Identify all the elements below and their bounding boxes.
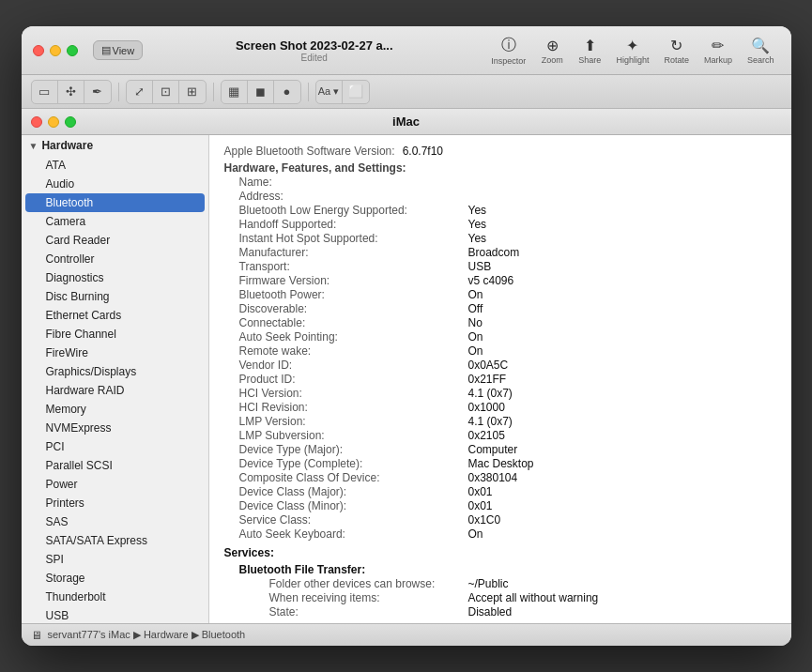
minimize-button[interactable] <box>50 45 61 56</box>
row-manufacturer: Manufacturer: Broadcom <box>224 246 776 259</box>
sidebar-item-card-reader[interactable]: Card Reader <box>25 231 205 250</box>
row-service-class: Service Class: 0x1C0 <box>224 513 776 527</box>
share-icon: ⬆ <box>584 37 596 54</box>
lasso-tool[interactable]: ✣ <box>58 81 84 103</box>
rotate-button[interactable]: ↻ Rotate <box>658 35 695 67</box>
service-file-transfer-name: Bluetooth File Transfer: <box>224 563 776 576</box>
traffic-lights <box>33 45 78 56</box>
row-remote-wake: Remote wake: On <box>224 344 776 358</box>
caption-tool[interactable]: ⬜ <box>343 81 369 103</box>
sidebar-item-parallel-scsi[interactable]: Parallel SCSI <box>25 456 205 475</box>
sidebar-item-storage[interactable]: Storage <box>25 569 205 588</box>
sidebar-item-audio[interactable]: Audio <box>25 175 205 193</box>
text-tools: Aa ▾ ⬜ <box>315 80 370 104</box>
window-title: Screen Shot 2023-02-27 a... <box>236 38 393 53</box>
fullscreen-button[interactable] <box>67 45 78 56</box>
square-tool[interactable]: ◼ <box>248 81 274 103</box>
sidebar-item-fibre-channel[interactable]: Fibre Channel <box>25 325 205 344</box>
row-hotspot: Instant Hot Spot Supported: Yes <box>224 232 776 245</box>
inspector-icon: ⓘ <box>501 36 516 55</box>
sidebar-item-spi[interactable]: SPI <box>25 550 205 569</box>
search-icon: 🔍 <box>751 37 770 54</box>
sidebar-item-disc-burning[interactable]: Disc Burning <box>25 287 205 306</box>
row-handoff: Handoff Supported: Yes <box>224 218 776 231</box>
top-label: Apple Bluetooth Software Version: <box>224 145 395 158</box>
toolbar-divider-1 <box>118 83 119 101</box>
sidebar-section-hardware[interactable]: ▼ Hardware <box>22 135 208 156</box>
sidebar-item-camera[interactable]: Camera <box>25 212 205 231</box>
titlebar: ▤ View Screen Shot 2023-02-27 a... Edite… <box>22 26 791 75</box>
row-address: Address: <box>224 190 776 203</box>
highlight-icon: ✦ <box>626 37 638 54</box>
row-auto-seek-keyboard: Auto Seek Keyboard: On <box>224 527 776 541</box>
zoom-button[interactable]: ⊕ Zoom <box>535 35 569 67</box>
row-product-id: Product ID: 0x21FF <box>224 373 776 386</box>
sidebar-item-ata[interactable]: ATA <box>25 156 205 175</box>
sidebar-item-sas[interactable]: SAS <box>25 512 205 531</box>
inspector-button[interactable]: ⓘ Inspector <box>485 34 531 68</box>
main-window: ▤ View Screen Shot 2023-02-27 a... Edite… <box>22 26 791 646</box>
row-ble-supported: Bluetooth Low Energy Supported: Yes <box>224 204 776 217</box>
view-button[interactable]: ▤ View <box>93 40 144 60</box>
sidebar: ▼ Hardware ATA Audio Bluetooth Camera Ca… <box>22 135 209 623</box>
highlight-button[interactable]: ✦ Highlight <box>610 35 654 67</box>
adjust-tool[interactable]: ⊞ <box>179 81 206 103</box>
sidebar-item-sata[interactable]: SATA/SATA Express <box>25 531 205 550</box>
markup-button[interactable]: ✏ Markup <box>698 35 738 67</box>
row-discoverable: Discoverable: Off <box>224 302 776 315</box>
view-icon: ▤ <box>101 44 111 56</box>
inner-titlebar: iMac <box>22 109 791 135</box>
circle-tool[interactable]: ● <box>274 81 300 103</box>
sketch-tool[interactable]: ✒ <box>84 81 111 103</box>
inner-close-button[interactable] <box>31 116 42 128</box>
toolbar2: ▭ ✣ ✒ ⤢ ⊡ ⊞ ▦ ◼ ● Aa ▾ ⬜ <box>22 75 791 109</box>
toolbar-divider-2 <box>213 83 214 101</box>
action-tools: ⤢ ⊡ ⊞ <box>126 80 207 104</box>
service-ft-row-1: When receiving items: Accept all without… <box>224 591 776 604</box>
crop-tool[interactable]: ⊡ <box>153 81 179 103</box>
row-device-class-major: Device Class (Major): 0x01 <box>224 485 776 498</box>
hardware-label: Hardware <box>41 139 93 152</box>
row-firmware: Firmware Version: v5 c4096 <box>224 274 776 287</box>
main-pane: ▼ Hardware ATA Audio Bluetooth Camera Ca… <box>22 135 791 623</box>
move-tool[interactable]: ⤢ <box>127 81 153 103</box>
sidebar-item-memory[interactable]: Memory <box>25 400 205 419</box>
sidebar-item-firewire[interactable]: FireWire <box>25 344 205 362</box>
sidebar-item-pci[interactable]: PCI <box>25 437 205 456</box>
close-button[interactable] <box>33 45 44 56</box>
sidebar-item-graphics-displays[interactable]: Graphics/Displays <box>25 362 205 381</box>
search-button[interactable]: 🔍 Search <box>742 35 780 67</box>
sidebar-item-usb[interactable]: USB <box>25 606 205 623</box>
inner-fullscreen-button[interactable] <box>65 116 76 128</box>
title-section: Screen Shot 2023-02-27 a... Edited <box>150 38 478 63</box>
sidebar-item-thunderbolt[interactable]: Thunderbolt <box>25 588 205 606</box>
inner-minimize-button[interactable] <box>48 116 59 128</box>
top-row: Apple Bluetooth Software Version: 6.0.7f… <box>224 145 776 158</box>
statusbar-icon: 🖥 <box>31 629 42 642</box>
statusbar-path: servant777's iMac ▶ Hardware ▶ Bluetooth <box>48 629 246 641</box>
service-ft-row-0: Folder other devices can browse: ~/Publi… <box>224 577 776 590</box>
row-lmp-subversion: LMP Subversion: 0x2105 <box>224 429 776 442</box>
sidebar-item-hardware-raid[interactable]: Hardware RAID <box>25 381 205 400</box>
sidebar-item-diagnostics[interactable]: Diagnostics <box>25 268 205 287</box>
top-value: 6.0.7f10 <box>403 145 443 158</box>
share-button[interactable]: ⬆ Share <box>573 35 606 67</box>
sidebar-item-nvmexpress[interactable]: NVMExpress <box>25 419 205 437</box>
sidebar-item-ethernet-cards[interactable]: Ethernet Cards <box>25 306 205 325</box>
sidebar-item-power[interactable]: Power <box>25 475 205 494</box>
sidebar-item-printers[interactable]: Printers <box>25 494 205 512</box>
sidebar-item-bluetooth[interactable]: Bluetooth <box>25 193 205 212</box>
zoom-icon: ⊕ <box>546 37 559 54</box>
row-bt-power: Bluetooth Power: On <box>224 288 776 301</box>
grid-view-tool[interactable]: ▦ <box>222 81 248 103</box>
sidebar-item-controller[interactable]: Controller <box>25 250 205 268</box>
row-hci-revision: HCI Revision: 0x1000 <box>224 401 776 414</box>
row-device-type-major: Device Type (Major): Computer <box>224 443 776 456</box>
row-lmp-version: LMP Version: 4.1 (0x7) <box>224 415 776 428</box>
row-transport: Transport: USB <box>224 260 776 273</box>
inner-window-title: iMac <box>392 115 420 129</box>
font-tool[interactable]: Aa ▾ <box>316 81 343 103</box>
row-device-type-complete: Device Type (Complete): Mac Desktop <box>224 457 776 470</box>
rectangle-tool[interactable]: ▭ <box>32 81 58 103</box>
view-label: View <box>113 45 135 56</box>
